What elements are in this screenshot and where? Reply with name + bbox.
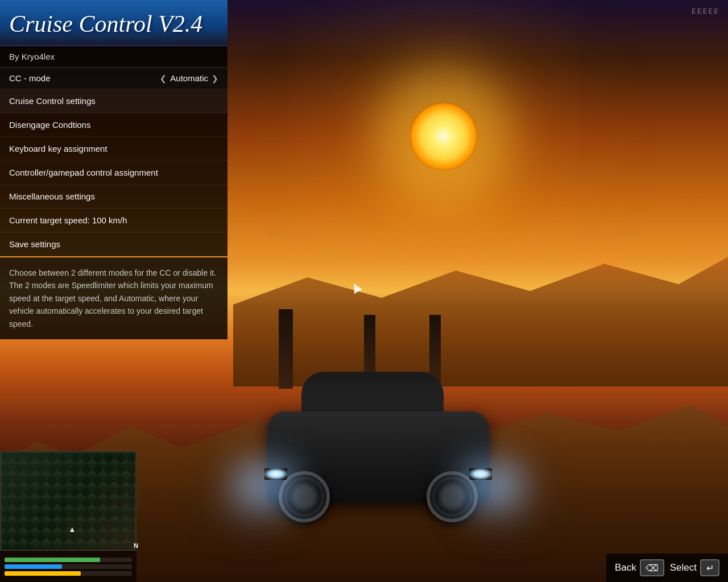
car xyxy=(256,355,500,537)
mode-selector[interactable]: ❮ Automatic ❯ xyxy=(160,73,218,83)
watermark: EEEEE xyxy=(692,7,719,15)
menu-item-save-settings[interactable]: Save settings xyxy=(0,232,228,256)
menu-item-disengage-conditions[interactable]: Disengage Condtions xyxy=(0,113,228,137)
menu-panel: Cruise Control V2.4 By Kryo4lex CC - mod… xyxy=(0,0,228,339)
sun xyxy=(410,102,478,171)
mode-value: Automatic xyxy=(170,73,208,83)
menu-item-controller-gamepad[interactable]: Controller/gamepad control assignment xyxy=(0,161,228,185)
back-label: Back xyxy=(615,562,636,573)
back-button[interactable]: Back ⌫ xyxy=(615,559,664,576)
money-bar-fill xyxy=(5,571,81,576)
minimap-content xyxy=(1,452,135,550)
menu-item-miscellaneous-settings[interactable]: Miscellaneous settings xyxy=(0,185,228,209)
bottom-bar: Back ⌫ Select ↵ xyxy=(606,554,728,582)
menu-item-keyboard-key-assignment[interactable]: Keyboard key assignment xyxy=(0,137,228,161)
menu-description: Choose between 2 different modes for the… xyxy=(0,257,228,339)
menu-item-current-target-speed[interactable]: Current target speed: 100 km/h xyxy=(0,209,228,232)
health-bar-fill xyxy=(5,558,100,562)
health-bar-row xyxy=(5,558,132,562)
armor-bar-fill xyxy=(5,564,62,569)
menu-items-list: Cruise Control settingsDisengage Condtio… xyxy=(0,89,228,256)
mode-right-arrow[interactable]: ❯ xyxy=(212,74,218,83)
mode-left-arrow[interactable]: ❮ xyxy=(160,74,167,83)
money-bar-track xyxy=(5,571,132,576)
minimap-north: N xyxy=(134,542,138,549)
armor-bar-track xyxy=(5,564,132,569)
select-button[interactable]: Select ↵ xyxy=(670,559,719,576)
menu-author: By Kryo4lex xyxy=(0,46,228,68)
select-key[interactable]: ↵ xyxy=(700,559,719,576)
hud-bars xyxy=(0,551,136,582)
back-key[interactable]: ⌫ xyxy=(640,559,664,576)
select-label: Select xyxy=(670,562,697,573)
headlight-left xyxy=(264,468,287,480)
minimap xyxy=(0,451,136,551)
minimap-arrow: ▲ xyxy=(68,525,76,534)
menu-title-bar: Cruise Control V2.4 xyxy=(0,0,228,46)
cc-mode-label: CC - mode xyxy=(9,73,51,83)
armor-bar-row xyxy=(5,564,132,569)
health-bar-track xyxy=(5,558,132,562)
menu-title-text: Cruise Control V2.4 xyxy=(9,10,218,38)
cc-mode-row[interactable]: CC - mode ❮ Automatic ❯ xyxy=(0,68,228,89)
money-bar-row xyxy=(5,571,132,576)
menu-item-cruise-control-settings[interactable]: Cruise Control settings xyxy=(0,89,228,113)
headlight-right xyxy=(469,468,492,480)
